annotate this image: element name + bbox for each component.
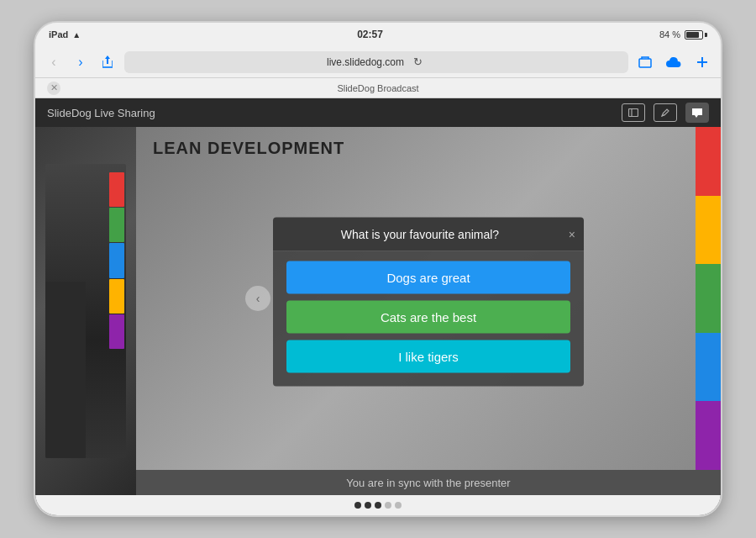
share-button[interactable] (97, 52, 118, 72)
strip-green (696, 264, 721, 333)
strip-yellow (696, 196, 721, 265)
dot-1 (354, 502, 361, 509)
dot-5 (395, 502, 402, 509)
tab-bar: ✕ SlideDog Broadcast (35, 78, 721, 98)
poll-option-3[interactable]: I like tigers (286, 340, 570, 373)
chat-icon[interactable] (685, 103, 709, 123)
bottom-dots (35, 495, 721, 515)
edit-icon[interactable] (654, 103, 677, 122)
poll-modal: What is your favourite animal? × Dogs ar… (273, 218, 584, 387)
browser-toolbar: ‹ › live.slidedog.com ↻ (35, 46, 721, 78)
poll-close-button[interactable]: × (569, 228, 575, 241)
close-tab-button[interactable]: ✕ (47, 82, 60, 95)
wifi-icon: ▲ (72, 30, 81, 40)
battery-percent: 84 % (659, 29, 680, 40)
ipad-frame: iPad ▲ 02:57 84 % ‹ › (34, 21, 722, 517)
cloud-icon[interactable] (664, 52, 684, 72)
slide-content: LEAN DEVELOPMENT ‹ What is your favourit… (136, 127, 721, 470)
back-button[interactable]: ‹ (44, 52, 64, 72)
sync-bar: You are in sync with the presenter (136, 470, 721, 495)
svg-rect-0 (639, 59, 651, 67)
dot-4 (385, 502, 391, 509)
reload-button[interactable]: ↻ (409, 54, 426, 71)
sync-text: You are in sync with the presenter (346, 477, 510, 489)
tab-title: SlideDog Broadcast (337, 83, 418, 93)
slide-heading: LEAN DEVELOPMENT (153, 139, 344, 158)
main-slide: LEAN DEVELOPMENT ‹ What is your favourit… (136, 127, 721, 495)
dot-3 (375, 502, 381, 509)
poll-option-1[interactable]: Dogs are great (286, 261, 570, 294)
poll-question: What is your favourite animal? (341, 228, 499, 241)
battery-icon (685, 30, 707, 40)
strip-purple (696, 401, 721, 470)
poll-option-2[interactable]: Cats are the best (286, 301, 570, 334)
poll-header: What is your favourite animal? × (273, 218, 584, 251)
strip-red (696, 127, 721, 196)
url-bar[interactable]: live.slidedog.com ↻ (124, 51, 628, 73)
content-area: SlideDog Live Sharing (35, 98, 721, 515)
header-icons (622, 103, 709, 123)
poll-options: Dogs are great Cats are the best I like … (273, 251, 584, 387)
url-text: live.slidedog.com (327, 56, 404, 68)
forward-button[interactable]: › (71, 52, 91, 72)
status-bar: iPad ▲ 02:57 84 % (35, 23, 721, 46)
device-label: iPad (49, 29, 68, 40)
left-thumbnail (35, 127, 136, 495)
dot-2 (365, 502, 371, 509)
slidedog-header: SlideDog Live Sharing (35, 98, 721, 127)
status-left: iPad ▲ (49, 29, 81, 40)
slide-area: LEAN DEVELOPMENT ‹ What is your favourit… (35, 127, 721, 495)
slidedog-title: SlideDog Live Sharing (47, 107, 155, 119)
toolbar-icons (635, 52, 712, 72)
prev-slide-button[interactable]: ‹ (245, 286, 270, 311)
color-strips (696, 127, 721, 470)
svg-rect-3 (629, 109, 638, 117)
status-right: 84 % (659, 29, 707, 40)
new-tab-button[interactable] (692, 52, 712, 72)
expand-icon[interactable] (622, 103, 645, 122)
strip-blue (696, 333, 721, 402)
tabs-icon[interactable] (635, 52, 655, 72)
status-time: 02:57 (357, 29, 383, 40)
